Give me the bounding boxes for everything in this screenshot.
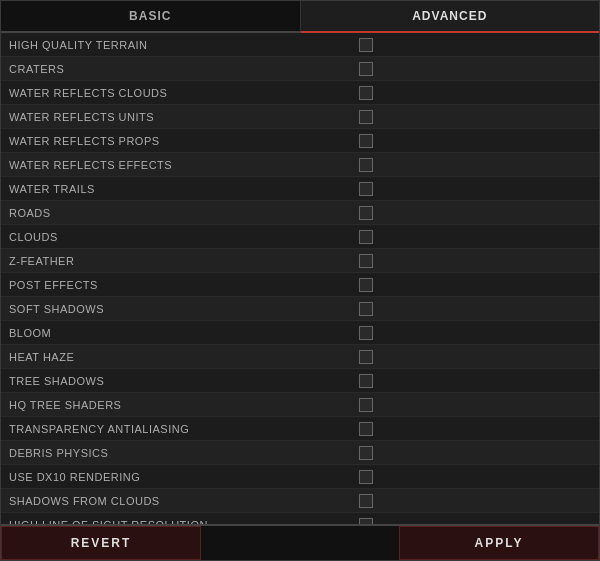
table-row: Z-FEATHER	[1, 249, 599, 273]
setting-label: WATER REFLECTS UNITS	[9, 111, 351, 123]
setting-checkbox-area	[351, 494, 591, 508]
setting-checkbox-area	[351, 182, 591, 196]
setting-checkbox[interactable]	[359, 206, 373, 220]
setting-label: HIGH QUALITY TERRAIN	[9, 39, 351, 51]
setting-label: POST EFFECTS	[9, 279, 351, 291]
apply-button[interactable]: APPLY	[399, 526, 599, 560]
setting-checkbox[interactable]	[359, 398, 373, 412]
setting-checkbox-area	[351, 62, 591, 76]
tab-advanced[interactable]: ADVANCED	[301, 1, 600, 33]
setting-checkbox-area	[351, 350, 591, 364]
table-row: HQ TREE SHADERS	[1, 393, 599, 417]
setting-checkbox[interactable]	[359, 110, 373, 124]
setting-checkbox-area	[351, 470, 591, 484]
setting-checkbox-area	[351, 134, 591, 148]
setting-checkbox[interactable]	[359, 254, 373, 268]
setting-checkbox-area	[351, 326, 591, 340]
table-row: CRATERS	[1, 57, 599, 81]
settings-list: HIGH QUALITY TERRAINCRATERSWATER REFLECT…	[1, 33, 599, 524]
setting-checkbox[interactable]	[359, 350, 373, 364]
setting-label: WATER REFLECTS PROPS	[9, 135, 351, 147]
table-row: HIGH QUALITY TERRAIN	[1, 33, 599, 57]
setting-checkbox-area	[351, 254, 591, 268]
table-row: BLOOM	[1, 321, 599, 345]
settings-window: BASIC ADVANCED HIGH QUALITY TERRAINCRATE…	[0, 0, 600, 561]
setting-label: WATER REFLECTS EFFECTS	[9, 159, 351, 171]
setting-checkbox[interactable]	[359, 494, 373, 508]
footer-bar: REVERT APPLY	[1, 524, 599, 560]
table-row: WATER REFLECTS PROPS	[1, 129, 599, 153]
setting-checkbox[interactable]	[359, 470, 373, 484]
setting-checkbox-area	[351, 446, 591, 460]
table-row: POST EFFECTS	[1, 273, 599, 297]
setting-label: SHADOWS FROM CLOUDS	[9, 495, 351, 507]
setting-label: TREE SHADOWS	[9, 375, 351, 387]
setting-label: HQ TREE SHADERS	[9, 399, 351, 411]
setting-checkbox[interactable]	[359, 302, 373, 316]
setting-label: BLOOM	[9, 327, 351, 339]
setting-checkbox[interactable]	[359, 278, 373, 292]
table-row: WATER REFLECTS EFFECTS	[1, 153, 599, 177]
setting-checkbox[interactable]	[359, 38, 373, 52]
content-area: HIGH QUALITY TERRAINCRATERSWATER REFLECT…	[1, 33, 599, 524]
setting-label: WATER REFLECTS CLOUDS	[9, 87, 351, 99]
setting-checkbox-area	[351, 422, 591, 436]
footer-spacer	[201, 526, 399, 560]
setting-checkbox-area	[351, 86, 591, 100]
setting-label: ROADS	[9, 207, 351, 219]
table-row: TREE SHADOWS	[1, 369, 599, 393]
setting-checkbox-area	[351, 374, 591, 388]
setting-checkbox-area	[351, 158, 591, 172]
setting-label: CLOUDS	[9, 231, 351, 243]
table-row: ROADS	[1, 201, 599, 225]
setting-checkbox-area	[351, 278, 591, 292]
revert-button[interactable]: REVERT	[1, 526, 201, 560]
table-row: WATER REFLECTS CLOUDS	[1, 81, 599, 105]
setting-checkbox[interactable]	[359, 230, 373, 244]
setting-label: DEBRIS PHYSICS	[9, 447, 351, 459]
setting-checkbox-area	[351, 302, 591, 316]
setting-checkbox[interactable]	[359, 134, 373, 148]
table-row: WATER TRAILS	[1, 177, 599, 201]
table-row: USE DX10 RENDERING	[1, 465, 599, 489]
setting-checkbox-area	[351, 38, 591, 52]
table-row: DEBRIS PHYSICS	[1, 441, 599, 465]
setting-checkbox-area	[351, 110, 591, 124]
table-row: WATER REFLECTS UNITS	[1, 105, 599, 129]
table-row: CLOUDS	[1, 225, 599, 249]
table-row: SHADOWS FROM CLOUDS	[1, 489, 599, 513]
setting-checkbox[interactable]	[359, 374, 373, 388]
setting-label: HEAT HAZE	[9, 351, 351, 363]
setting-checkbox-area	[351, 230, 591, 244]
setting-label: WATER TRAILS	[9, 183, 351, 195]
setting-checkbox[interactable]	[359, 326, 373, 340]
table-row: TRANSPARENCY ANTIALIASING	[1, 417, 599, 441]
setting-checkbox[interactable]	[359, 446, 373, 460]
table-row: SOFT SHADOWS	[1, 297, 599, 321]
setting-label: Z-FEATHER	[9, 255, 351, 267]
setting-label: SOFT SHADOWS	[9, 303, 351, 315]
setting-checkbox-area	[351, 206, 591, 220]
setting-checkbox[interactable]	[359, 158, 373, 172]
setting-checkbox[interactable]	[359, 86, 373, 100]
setting-label: CRATERS	[9, 63, 351, 75]
tab-basic[interactable]: BASIC	[1, 1, 301, 31]
setting-label: USE DX10 RENDERING	[9, 471, 351, 483]
setting-checkbox[interactable]	[359, 182, 373, 196]
setting-checkbox-area	[351, 398, 591, 412]
tab-bar: BASIC ADVANCED	[1, 1, 599, 33]
setting-label: TRANSPARENCY ANTIALIASING	[9, 423, 351, 435]
table-row: HEAT HAZE	[1, 345, 599, 369]
setting-checkbox[interactable]	[359, 422, 373, 436]
table-row: HIGH LINE OF SIGHT RESOLUTION	[1, 513, 599, 524]
setting-checkbox[interactable]	[359, 62, 373, 76]
